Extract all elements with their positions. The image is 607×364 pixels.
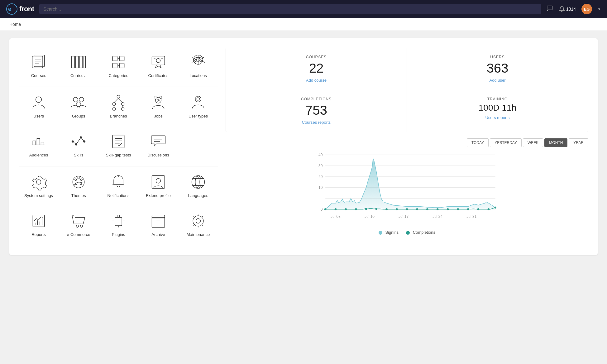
discussions-label: Discussions [147, 153, 169, 157]
tab-today[interactable]: TODAY [467, 138, 489, 147]
svg-point-96 [196, 219, 201, 223]
nav-users[interactable]: Users [19, 88, 59, 124]
tab-month[interactable]: MONTH [544, 138, 567, 147]
user-menu-arrow[interactable]: ▼ [598, 7, 601, 11]
svg-rect-78 [33, 215, 44, 227]
nav-maintenance[interactable]: Maintenance [178, 207, 218, 242]
tab-yesterday[interactable]: YESTERDAY [490, 138, 522, 147]
nav-user-types[interactable]: User types [178, 88, 218, 124]
nav-languages[interactable]: Languages [178, 168, 218, 204]
svg-point-62 [36, 180, 41, 184]
notifications-bell[interactable]: 1314 [559, 6, 576, 12]
svg-point-84 [80, 225, 83, 227]
svg-text:Jul 17: Jul 17 [399, 214, 409, 219]
svg-point-52 [75, 144, 77, 146]
divider-2 [19, 166, 218, 166]
svg-point-128 [385, 208, 388, 211]
svg-line-104 [202, 216, 203, 218]
nav-courses[interactable]: Courses [19, 48, 59, 84]
logo-icon: e [6, 3, 17, 15]
curricula-label: Curricula [70, 73, 87, 78]
categories-label: Categories [109, 73, 128, 78]
svg-line-44 [157, 100, 159, 102]
nav-certificates[interactable]: Certificates [138, 48, 178, 84]
discussions-icon [150, 133, 167, 150]
nav-jobs[interactable]: Jobs [138, 88, 178, 124]
svg-point-129 [396, 208, 398, 211]
nav-extend-profile[interactable]: Extend profile [138, 168, 178, 204]
completions-legend: Completions [406, 230, 435, 235]
groups-icon [70, 94, 87, 111]
svg-rect-14 [120, 63, 124, 68]
courses-label: Courses [31, 73, 46, 78]
svg-rect-71 [152, 175, 165, 188]
nav-categories[interactable]: Categories [98, 48, 138, 84]
svg-point-35 [121, 103, 124, 105]
svg-point-42 [155, 97, 161, 103]
courses-reports-link[interactable]: Courses reports [302, 120, 331, 125]
nav-locations[interactable]: Locations [178, 48, 218, 84]
skills-label: Skills [74, 153, 83, 157]
nav-reports[interactable]: Reports [19, 207, 59, 242]
svg-rect-12 [120, 56, 124, 61]
svg-point-122 [324, 208, 327, 211]
audiences-icon [30, 133, 47, 150]
svg-point-65 [78, 177, 79, 179]
svg-point-139 [494, 207, 496, 209]
completions-dot [406, 231, 410, 235]
chart-legend: Signins Completions [226, 230, 588, 235]
locations-icon [189, 53, 207, 71]
svg-point-72 [156, 179, 161, 183]
nav-curricula[interactable]: Curricula [59, 48, 98, 84]
nav-groups[interactable]: Groups [59, 88, 98, 124]
audiences-label: Audiences [29, 153, 48, 157]
extend-profile-icon [150, 173, 167, 191]
nav-discussions[interactable]: Discussions [138, 127, 178, 163]
skill-gap-tests-label: Skill-gap tests [106, 153, 131, 157]
svg-point-31 [79, 97, 84, 102]
skills-icon [70, 133, 87, 150]
stat-users: USERS 363 Add user [407, 48, 588, 90]
nav-system-settings[interactable]: System settings [19, 168, 59, 204]
nav-notifications[interactable]: Notifications [98, 168, 138, 204]
nav-branches[interactable]: Branches [98, 88, 138, 124]
svg-point-51 [72, 141, 74, 142]
reports-label: Reports [31, 232, 46, 237]
add-course-link[interactable]: Add course [306, 78, 327, 83]
right-panel: COURSES 22 Add course USERS 363 Add user… [226, 48, 588, 246]
stats-grid: COURSES 22 Add course USERS 363 Add user… [226, 48, 588, 132]
nav-archive[interactable]: Archive [138, 207, 178, 242]
nav-themes[interactable]: Themes [59, 168, 98, 204]
themes-label: Themes [71, 193, 86, 198]
users-label: Users [33, 114, 44, 118]
courses-icon [30, 53, 47, 71]
svg-line-101 [194, 216, 195, 218]
tab-year[interactable]: YEAR [569, 138, 588, 147]
svg-point-126 [365, 208, 367, 210]
certificates-label: Certificates [148, 73, 168, 78]
svg-point-18 [156, 59, 160, 63]
maintenance-label: Maintenance [187, 232, 210, 237]
svg-point-132 [426, 208, 428, 211]
svg-rect-56 [112, 135, 124, 148]
user-types-label: User types [189, 114, 208, 118]
signins-dot [379, 231, 382, 235]
svg-point-138 [488, 208, 490, 211]
nav-skill-gap-tests[interactable]: Skill-gap tests [98, 127, 138, 163]
languages-icon [189, 173, 207, 191]
svg-text:30: 30 [318, 164, 323, 168]
search-input[interactable] [39, 4, 541, 14]
add-user-link[interactable]: Add user [489, 78, 505, 83]
user-avatar[interactable]: EG [581, 4, 592, 14]
svg-point-133 [437, 208, 439, 211]
nav-skills[interactable]: Skills [59, 127, 98, 163]
users-reports-link[interactable]: Users reports [485, 115, 509, 120]
chart-tabs: TODAY YESTERDAY WEEK MONTH YEAR [226, 138, 588, 147]
nav-ecommerce[interactable]: e-Commerce [59, 207, 98, 242]
nav-audiences[interactable]: Audiences [19, 127, 59, 163]
nav-plugins[interactable]: Plugins [98, 207, 138, 242]
logo[interactable]: e front [6, 3, 34, 15]
svg-text:Jul 24: Jul 24 [433, 214, 442, 219]
chat-icon[interactable] [546, 5, 553, 13]
tab-week[interactable]: WEEK [523, 138, 543, 147]
